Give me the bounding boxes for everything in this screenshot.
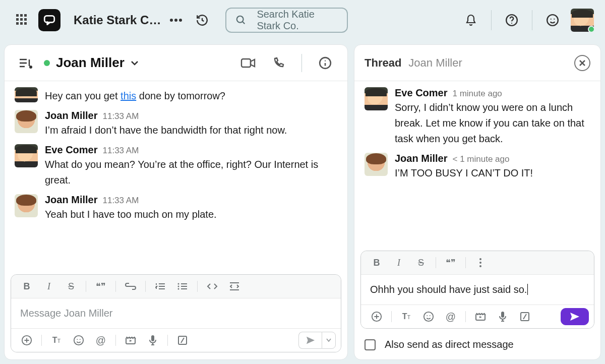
chat-title[interactable]: Joan Miller bbox=[44, 55, 139, 71]
send-options-button[interactable] bbox=[322, 332, 336, 349]
message-time: 11:33 AM bbox=[102, 111, 139, 122]
message: Joan Miller11:33 AMI’m afraid I don’t ha… bbox=[15, 110, 337, 138]
link-icon bbox=[125, 283, 136, 290]
message-header: Eve Comer1 minute ago bbox=[395, 87, 590, 99]
notifications-button[interactable] bbox=[460, 9, 482, 31]
shortcuts-button[interactable] bbox=[172, 332, 193, 349]
video-call-button[interactable] bbox=[237, 52, 259, 74]
message-text: Sorry, I didn’t know you were on a lunch… bbox=[395, 100, 590, 147]
quote-button[interactable]: ❝❞ bbox=[90, 278, 111, 295]
also-send-row[interactable]: Also send as direct message bbox=[354, 333, 600, 359]
italic-button[interactable]: I bbox=[388, 254, 409, 271]
message-sender[interactable]: Joan Miller bbox=[395, 153, 447, 164]
history-icon bbox=[196, 14, 209, 27]
quote-button[interactable]: ❝❞ bbox=[440, 254, 461, 271]
mic-icon bbox=[499, 311, 507, 322]
message: Joan Miller< 1 minute agoI’M TOO BUSY I … bbox=[365, 153, 590, 181]
avatar[interactable] bbox=[365, 153, 388, 176]
video-clip-button[interactable] bbox=[470, 308, 491, 325]
svg-point-26 bbox=[479, 265, 481, 267]
send-button[interactable] bbox=[298, 332, 322, 349]
search-placeholder: Search Katie Stark Co. bbox=[257, 9, 337, 32]
plus-circle-icon bbox=[21, 335, 32, 346]
message-link[interactable]: this bbox=[120, 90, 136, 101]
message-sender[interactable]: Joan Miller bbox=[45, 110, 97, 122]
bold-button[interactable]: B bbox=[16, 278, 37, 295]
chat-compose-input[interactable]: Message Joan Miller bbox=[11, 298, 341, 328]
chat-panel: Joan Miller Hey can bbox=[4, 44, 348, 360]
slash-box-icon bbox=[520, 312, 530, 322]
avatar[interactable] bbox=[15, 110, 38, 133]
close-icon bbox=[579, 59, 586, 67]
chat-messages: Hey can you get this done by tomorrow?Jo… bbox=[5, 81, 347, 270]
avatar[interactable] bbox=[15, 87, 38, 102]
strike-button[interactable]: S bbox=[60, 278, 82, 295]
emoji-button[interactable] bbox=[418, 308, 439, 325]
strike-button[interactable]: S bbox=[410, 254, 432, 271]
svg-point-4 bbox=[237, 16, 244, 23]
code-button[interactable] bbox=[202, 278, 223, 295]
message-body: Joan Miller11:33 AMYeah but I have too m… bbox=[45, 194, 337, 222]
mention-button[interactable]: @ bbox=[90, 332, 111, 349]
shortcuts-button[interactable] bbox=[514, 308, 535, 325]
close-thread-button[interactable] bbox=[574, 55, 590, 71]
message-header: Eve Comer11:33 AM bbox=[45, 144, 337, 156]
svg-point-19 bbox=[77, 339, 78, 340]
more-format-button[interactable] bbox=[470, 254, 491, 271]
svg-point-15 bbox=[178, 286, 179, 287]
channel-details-button[interactable] bbox=[314, 52, 336, 74]
message-sender[interactable]: Eve Comer bbox=[395, 87, 448, 99]
codeblock-icon bbox=[229, 282, 240, 290]
attach-button[interactable] bbox=[366, 308, 387, 325]
italic-button[interactable]: I bbox=[38, 278, 59, 295]
avatar[interactable] bbox=[15, 194, 38, 217]
jump-to-latest-button[interactable] bbox=[16, 52, 36, 74]
app-logo[interactable] bbox=[38, 9, 60, 31]
history-button[interactable] bbox=[191, 9, 213, 31]
thread-header: Thread Joan Miller bbox=[354, 45, 600, 81]
message-body: Hey can you get this done by tomorrow? bbox=[45, 87, 337, 104]
message-text: Hey can you get this done by tomorrow? bbox=[45, 88, 337, 104]
workspace: Joan Miller Hey can bbox=[4, 44, 601, 360]
send-button[interactable] bbox=[561, 308, 589, 325]
more-menu-button[interactable] bbox=[166, 9, 186, 31]
apps-launcher-button[interactable] bbox=[11, 9, 33, 31]
numbered-list-button[interactable] bbox=[150, 278, 171, 295]
video-clip-button[interactable] bbox=[120, 332, 141, 349]
thread-subtitle: Joan Miller bbox=[408, 56, 462, 70]
svg-point-1 bbox=[170, 19, 173, 22]
bold-button[interactable]: B bbox=[366, 254, 387, 271]
search-box[interactable]: Search Katie Stark Co. bbox=[225, 8, 347, 33]
thread-panel: Thread Joan Miller Eve Comer1 minute ago… bbox=[354, 44, 601, 360]
message-sender[interactable]: Eve Comer bbox=[45, 144, 98, 156]
emoji-button[interactable] bbox=[68, 332, 89, 349]
workspace-name[interactable]: Katie Stark C… bbox=[74, 13, 161, 27]
help-button[interactable] bbox=[501, 9, 523, 31]
svg-point-7 bbox=[547, 15, 558, 26]
codeblock-button[interactable] bbox=[224, 278, 245, 295]
help-icon bbox=[505, 14, 518, 27]
voice-call-button[interactable] bbox=[267, 52, 289, 74]
jump-icon bbox=[18, 57, 33, 69]
also-send-checkbox[interactable] bbox=[365, 339, 376, 350]
svg-point-30 bbox=[430, 315, 431, 316]
mention-button[interactable]: @ bbox=[440, 308, 461, 325]
toggle-format-button[interactable]: TT bbox=[396, 308, 417, 325]
thread-compose-input[interactable]: Ohhh you should have just said so.​ bbox=[361, 275, 594, 305]
message-sender[interactable]: Joan Miller bbox=[45, 194, 97, 206]
bullet-list-button[interactable] bbox=[172, 278, 193, 295]
link-button[interactable] bbox=[120, 278, 141, 295]
smile-icon bbox=[546, 14, 559, 27]
audio-clip-button[interactable] bbox=[142, 332, 163, 349]
ul-icon bbox=[177, 282, 188, 290]
smile-icon bbox=[423, 311, 434, 322]
reactions-button[interactable] bbox=[541, 9, 564, 31]
avatar[interactable] bbox=[15, 144, 38, 167]
attach-button[interactable] bbox=[16, 332, 37, 349]
audio-clip-button[interactable] bbox=[492, 308, 513, 325]
toggle-format-button[interactable]: TT bbox=[46, 332, 67, 349]
account-avatar[interactable] bbox=[571, 9, 594, 32]
separator bbox=[491, 10, 492, 30]
send-icon bbox=[306, 336, 316, 345]
avatar[interactable] bbox=[365, 87, 388, 110]
